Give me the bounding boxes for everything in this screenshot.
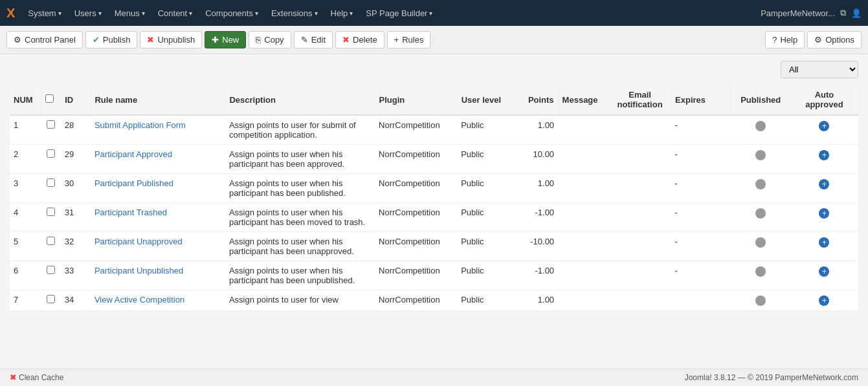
row-user-level: Public bbox=[457, 232, 509, 261]
row-auto-approved: + bbox=[790, 203, 858, 232]
row-checkbox[interactable] bbox=[47, 149, 55, 158]
rule-name-link[interactable]: Participant Trashed bbox=[95, 208, 167, 217]
row-checkbox[interactable] bbox=[47, 178, 55, 187]
rules-button[interactable]: + Rules bbox=[387, 31, 431, 48]
row-email-notification bbox=[609, 232, 671, 261]
row-checkbox[interactable] bbox=[47, 120, 55, 129]
nav-right-area: PamperMeNetwor... ⧉ 👤 bbox=[761, 8, 862, 18]
row-expires: - bbox=[671, 232, 731, 261]
published-icon[interactable] bbox=[755, 208, 766, 219]
auto-approved-icon[interactable]: + bbox=[819, 121, 829, 131]
copy-button[interactable]: ⎘ Copy bbox=[249, 31, 291, 48]
row-points: 10.00 bbox=[509, 145, 558, 174]
row-checkbox[interactable] bbox=[47, 208, 55, 216]
auto-approved-icon[interactable]: + bbox=[819, 237, 829, 248]
options-button[interactable]: ⚙ Options bbox=[807, 31, 862, 48]
row-plugin: NorrCompetition bbox=[375, 290, 457, 311]
external-link-icon: ⧉ bbox=[840, 8, 846, 18]
chevron-down-icon: ▾ bbox=[189, 10, 192, 17]
row-plugin: NorrCompetition bbox=[375, 174, 457, 203]
table-row: 2 29 Participant Approved Assign points … bbox=[10, 145, 858, 174]
nav-components[interactable]: Components ▾ bbox=[200, 0, 263, 26]
new-button[interactable]: ✚ New bbox=[205, 31, 246, 48]
help-button[interactable]: ? Help bbox=[765, 31, 805, 48]
filter-select[interactable]: All Published Unpublished bbox=[781, 61, 858, 78]
nav-menus[interactable]: Menus ▾ bbox=[109, 0, 150, 26]
row-checkbox[interactable] bbox=[47, 266, 55, 274]
rule-name-link[interactable]: Participant Unpublished bbox=[95, 266, 183, 275]
auto-approved-icon[interactable]: + bbox=[819, 179, 829, 189]
table-row: 7 34 View Active Competition Assign poin… bbox=[10, 290, 858, 311]
nav-sp-page-builder[interactable]: SP Page Builder ▾ bbox=[361, 0, 438, 26]
nav-users[interactable]: Users ▾ bbox=[69, 0, 107, 26]
rule-name-link[interactable]: Participant Published bbox=[95, 178, 173, 188]
nav-help[interactable]: Help ▾ bbox=[326, 0, 359, 26]
nav-system[interactable]: System ▾ bbox=[23, 0, 66, 26]
new-icon: ✚ bbox=[212, 35, 219, 45]
published-icon[interactable] bbox=[755, 295, 766, 306]
main-content: All Published Unpublished NUM ID Rule na… bbox=[0, 54, 868, 317]
user-link[interactable]: PamperMeNetwor... bbox=[761, 8, 835, 18]
row-id: 33 bbox=[61, 261, 91, 290]
row-rule-name: Participant Approved bbox=[91, 145, 225, 174]
publish-button[interactable]: ✔ Publish bbox=[85, 31, 138, 48]
row-auto-approved: + bbox=[790, 232, 858, 261]
rule-name-link[interactable]: Participant Unapproved bbox=[95, 237, 183, 246]
nav-content[interactable]: Content ▾ bbox=[153, 0, 198, 26]
published-icon[interactable] bbox=[755, 266, 766, 277]
row-id: 34 bbox=[61, 290, 91, 311]
rules-table: NUM ID Rule name Description Plugin User… bbox=[10, 85, 858, 311]
delete-button[interactable]: ✖ Delete bbox=[335, 31, 384, 48]
row-checkbox[interactable] bbox=[47, 295, 55, 303]
chevron-down-icon: ▾ bbox=[315, 10, 318, 17]
row-email-notification bbox=[609, 145, 671, 174]
row-email-notification bbox=[609, 115, 671, 145]
row-expires: - bbox=[671, 261, 731, 290]
auto-approved-icon[interactable]: + bbox=[819, 295, 829, 306]
col-header-rule-name: Rule name bbox=[91, 85, 225, 115]
row-message bbox=[558, 261, 608, 290]
row-num: 7 bbox=[10, 290, 41, 311]
edit-icon: ✎ bbox=[301, 35, 308, 45]
row-email-notification bbox=[609, 261, 671, 290]
select-all-checkbox[interactable] bbox=[45, 94, 54, 103]
table-body: 1 28 Submit Application Form Assign poin… bbox=[10, 115, 858, 310]
edit-button[interactable]: ✎ Edit bbox=[294, 31, 333, 48]
row-expires: - bbox=[671, 174, 731, 203]
help-icon: ? bbox=[772, 35, 777, 45]
row-id: 28 bbox=[61, 115, 91, 145]
auto-approved-icon[interactable]: + bbox=[819, 266, 829, 277]
rule-name-link[interactable]: View Active Competition bbox=[95, 295, 184, 305]
unpublish-icon: ✖ bbox=[147, 35, 154, 45]
auto-approved-icon[interactable]: + bbox=[819, 208, 829, 219]
user-icon[interactable]: 👤 bbox=[851, 8, 862, 18]
published-icon[interactable] bbox=[755, 150, 766, 160]
chevron-down-icon: ▾ bbox=[350, 10, 353, 17]
row-num: 5 bbox=[10, 232, 41, 261]
row-points: 1.00 bbox=[509, 290, 558, 311]
row-num: 1 bbox=[10, 115, 41, 145]
col-header-user-level: User level bbox=[457, 85, 509, 115]
rule-name-link[interactable]: Participant Approved bbox=[95, 149, 172, 159]
chevron-down-icon: ▾ bbox=[142, 10, 145, 17]
unpublish-button[interactable]: ✖ Unpublish bbox=[140, 31, 202, 48]
row-published bbox=[731, 232, 790, 261]
row-description: Assign points to user when his participa… bbox=[225, 232, 375, 261]
table-row: 6 33 Participant Unpublished Assign poin… bbox=[10, 261, 858, 290]
control-panel-button[interactable]: ⚙ Control Panel bbox=[6, 31, 83, 48]
row-plugin: NorrCompetition bbox=[375, 145, 457, 174]
nav-extensions[interactable]: Extensions ▾ bbox=[266, 0, 323, 26]
table-header-row: NUM ID Rule name Description Plugin User… bbox=[10, 85, 858, 115]
row-checkbox[interactable] bbox=[47, 237, 55, 245]
published-icon[interactable] bbox=[755, 237, 766, 248]
col-header-published: Published bbox=[731, 85, 790, 115]
published-icon[interactable] bbox=[755, 121, 766, 131]
row-user-level: Public bbox=[457, 290, 509, 311]
joomla-logo: X bbox=[6, 6, 15, 21]
row-rule-name: Participant Unapproved bbox=[91, 232, 225, 261]
row-num: 3 bbox=[10, 174, 41, 203]
published-icon[interactable] bbox=[755, 179, 766, 189]
rule-name-link[interactable]: Submit Application Form bbox=[95, 120, 186, 130]
auto-approved-icon[interactable]: + bbox=[819, 150, 829, 160]
row-user-level: Public bbox=[457, 115, 509, 145]
